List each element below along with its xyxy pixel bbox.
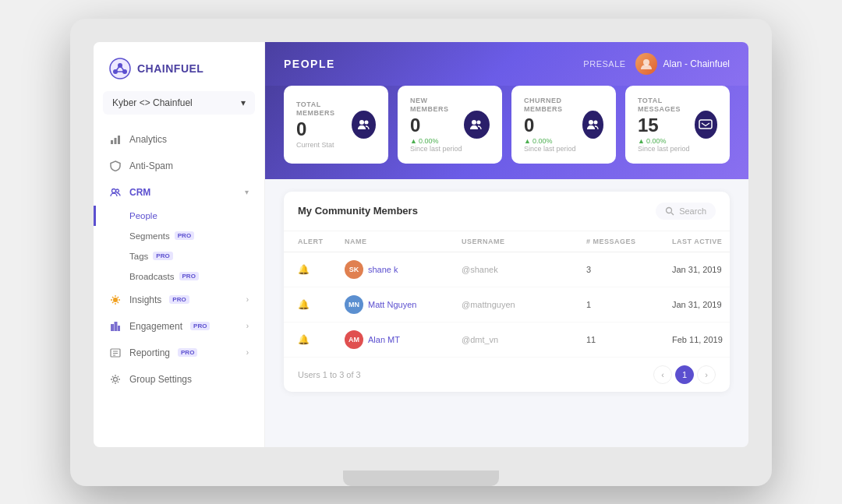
svg-rect-13 [111, 324, 114, 331]
table-header: ALERT NAME USERNAME # MESSAGES LAST ACTI… [284, 231, 730, 252]
sidebar-item-engagement[interactable]: Engagement PRO › [94, 313, 264, 340]
last-active-cell-0: Jan 31, 2019 [672, 265, 730, 274]
crm-sub-nav: People Segments PRO Tags PRO Broadcasts … [94, 206, 264, 287]
gear-icon [109, 373, 122, 386]
sidebar: CHAINFUEL Kyber <> Chainfuel ▾ Analytics… [94, 42, 265, 447]
insights-pro-badge: PRO [169, 295, 189, 304]
sidebar-item-analytics[interactable]: Analytics [94, 126, 264, 153]
sidebar-item-reporting[interactable]: Reporting PRO › [94, 340, 264, 366]
analytics-icon [109, 133, 122, 146]
anti-spam-label: Anti-Spam [129, 160, 173, 171]
sidebar-item-people[interactable]: People [94, 206, 264, 226]
messages-cell-1: 1 [586, 300, 672, 309]
user-area[interactable]: Alan - Chainfuel [635, 53, 730, 75]
table-row[interactable]: 🔔 AM Alan MT @dmt_vn 11 Feb 11, 2019 N/A [284, 322, 730, 358]
page-title: PEOPLE [284, 58, 335, 70]
stat-icon-0 [352, 111, 376, 139]
segments-label: Segments [129, 231, 170, 241]
stat-sub-2: Since last period [524, 145, 582, 153]
crm-chevron: ▾ [245, 188, 249, 196]
pagination-area: Users 1 to 3 of 3 ‹ 1 › [284, 358, 730, 392]
sidebar-item-group-settings[interactable]: Group Settings [94, 366, 264, 393]
workspace-label: Kyber <> Chainfuel [112, 97, 193, 108]
shield-icon [109, 160, 122, 172]
svg-point-21 [643, 59, 649, 65]
pagination-controls: ‹ 1 › [653, 365, 716, 384]
th-messages: # MESSAGES [586, 238, 672, 245]
header-right: PRESALE Alan - Chainfuel [583, 53, 730, 75]
svg-rect-15 [118, 326, 120, 331]
stat-card-churned-members: CHURNED MEMBERS 0 ▲0.00% Since last peri… [511, 86, 616, 164]
svg-point-29 [667, 207, 672, 213]
alert-cell-2: 🔔 [298, 334, 345, 345]
sidebar-item-broadcasts[interactable]: Broadcasts PRO [94, 266, 264, 287]
stat-card-new-members: NEW MEMBERS 0 ▲0.00% Since last period [398, 86, 502, 164]
alert-bell-2: 🔔 [298, 334, 310, 345]
svg-point-11 [116, 189, 119, 192]
svg-point-12 [113, 298, 118, 302]
svg-point-20 [114, 377, 118, 381]
stat-label-3: TOTAL MESSAGES [638, 97, 695, 115]
svg-point-24 [472, 120, 476, 125]
stat-label-2: CHURNED MEMBERS [524, 97, 582, 115]
stat-icon-2 [582, 111, 603, 139]
laptop-frame: CHAINFUEL Kyber <> Chainfuel ▾ Analytics… [70, 19, 772, 486]
presale-badge: PRESALE [583, 59, 625, 69]
search-box[interactable]: Search [656, 203, 716, 220]
table-row[interactable]: 🔔 SK shane k @shanek 3 Jan 31, 2019 N/A [284, 252, 730, 287]
prev-page-btn[interactable]: ‹ [653, 365, 672, 384]
stat-value-0: 0 [296, 118, 352, 141]
community-section: My Community Members Search ALERT NAME [265, 179, 748, 447]
svg-point-0 [110, 58, 130, 79]
community-card: My Community Members Search ALERT NAME [284, 192, 730, 392]
workspace-chevron: ▾ [241, 97, 246, 108]
sidebar-item-crm[interactable]: CRM ▾ [94, 179, 264, 206]
svg-point-10 [112, 189, 116, 192]
svg-point-25 [477, 120, 481, 124]
sidebar-item-insights[interactable]: Insights PRO › [94, 287, 264, 313]
group-settings-label: Group Settings [129, 374, 192, 385]
th-name: NAME [345, 238, 462, 245]
alert-bell-0: 🔔 [298, 264, 310, 275]
stat-label-1: NEW MEMBERS [410, 97, 464, 115]
stat-change-2: ▲0.00% [524, 137, 582, 145]
engagement-label: Engagement [129, 321, 182, 332]
broadcasts-label: Broadcasts [129, 272, 175, 281]
stat-sub-1: Since last period [410, 145, 464, 153]
segments-pro-badge: PRO [175, 231, 194, 240]
insights-label: Insights [129, 294, 161, 305]
stat-value-1: 0 [410, 115, 464, 137]
username-cell-1: @mattnguyen [462, 300, 586, 309]
stat-value-3: 15 [638, 115, 695, 137]
last-active-cell-2: Feb 11, 2019 [672, 335, 730, 344]
workspace-selector[interactable]: Kyber <> Chainfuel ▾ [103, 91, 255, 115]
community-title: My Community Members [298, 205, 418, 217]
user-name: Alan - Chainfuel [663, 58, 730, 69]
svg-rect-28 [699, 120, 712, 129]
sidebar-item-anti-spam[interactable]: Anti-Spam [94, 153, 264, 179]
tags-label: Tags [129, 252, 148, 261]
name-cell-2: AM Alan MT [345, 330, 462, 349]
stat-icon-3 [695, 111, 717, 139]
crm-label: CRM [129, 187, 150, 198]
stats-section: TOTAL MEMBERS 0 Current Stat NEW MEMBERS… [265, 86, 748, 179]
svg-rect-8 [115, 138, 117, 144]
last-active-cell-1: Jan 31, 2019 [672, 300, 730, 309]
sidebar-item-tags[interactable]: Tags PRO [94, 246, 264, 266]
stat-icon-1 [464, 111, 490, 139]
username-cell-2: @dmt_vn [462, 335, 586, 344]
logo-area: CHAINFUEL [94, 42, 264, 91]
messages-cell-2: 11 [586, 335, 672, 344]
page-1-btn[interactable]: 1 [675, 365, 694, 384]
table-row[interactable]: 🔔 MN Matt Nguyen @mattnguyen 1 Jan 31, 2… [284, 287, 730, 322]
main-content: PEOPLE PRESALE Alan - Chainfuel T [265, 42, 748, 447]
sidebar-item-segments[interactable]: Segments PRO [94, 226, 264, 246]
screen: CHAINFUEL Kyber <> Chainfuel ▾ Analytics… [94, 42, 748, 447]
community-header: My Community Members Search [284, 192, 730, 231]
name-cell-0: SK shane k [345, 260, 462, 279]
search-icon [665, 206, 674, 216]
next-page-btn[interactable]: › [697, 365, 716, 384]
people-label: People [129, 211, 157, 220]
reporting-icon [109, 347, 122, 359]
th-username: USERNAME [462, 238, 586, 245]
